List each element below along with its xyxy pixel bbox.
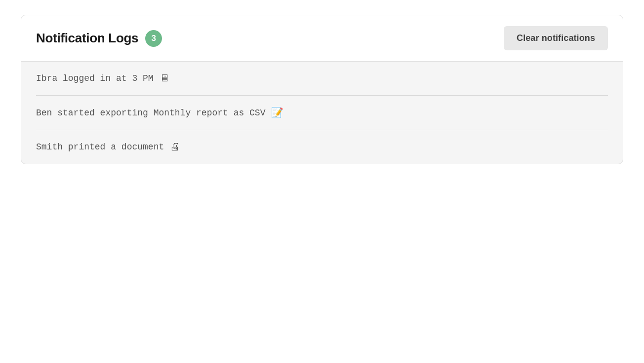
card-header: Notification Logs 3 Clear notifications: [21, 15, 623, 62]
list-item: Ibra logged in at 3 PM🖥: [36, 62, 608, 96]
notification-logs-card: Notification Logs 3 Clear notifications …: [21, 15, 623, 164]
notification-text: Ben started exporting Monthly report as …: [36, 108, 265, 118]
page-title: Notification Logs: [36, 31, 138, 46]
notifications-list: Ibra logged in at 3 PM🖥Ben started expor…: [21, 62, 623, 164]
list-item: Ben started exporting Monthly report as …: [36, 96, 608, 130]
header-left: Notification Logs 3: [36, 30, 162, 47]
notification-count-badge: 3: [145, 30, 162, 47]
monitor-icon: 🖥: [160, 73, 169, 84]
clear-notifications-button[interactable]: Clear notifications: [504, 26, 608, 50]
notification-text: Smith printed a document: [36, 142, 164, 152]
notification-text: Ibra logged in at 3 PM: [36, 73, 154, 83]
list-item: Smith printed a document🖨: [36, 130, 608, 164]
memo-icon: 📝: [271, 107, 283, 119]
printer-icon: 🖨: [170, 141, 180, 153]
